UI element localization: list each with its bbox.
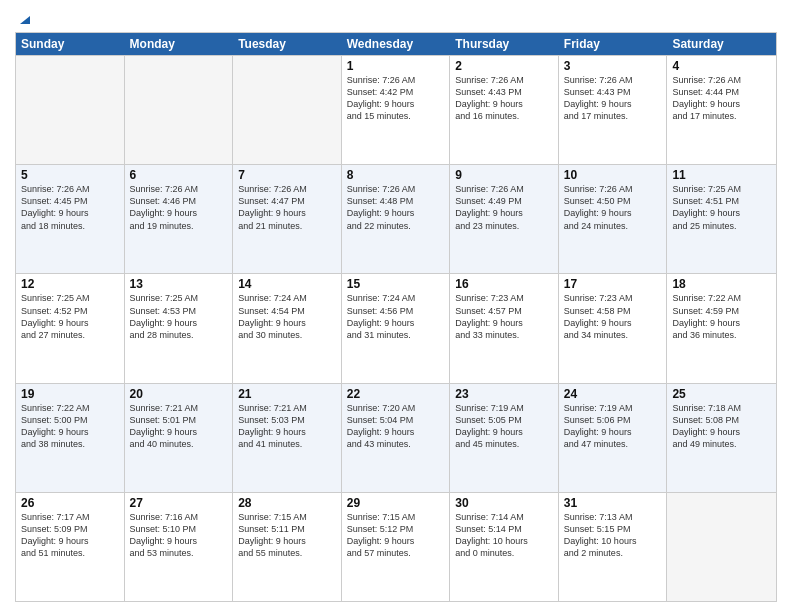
calendar-cell: 19Sunrise: 7:22 AM Sunset: 5:00 PM Dayli… [16,384,125,492]
calendar-cell: 15Sunrise: 7:24 AM Sunset: 4:56 PM Dayli… [342,274,451,382]
weekday-header: Friday [559,33,668,55]
calendar-cell: 23Sunrise: 7:19 AM Sunset: 5:05 PM Dayli… [450,384,559,492]
weekday-header: Tuesday [233,33,342,55]
day-number: 2 [455,59,553,73]
day-number: 22 [347,387,445,401]
day-info: Sunrise: 7:21 AM Sunset: 5:03 PM Dayligh… [238,402,336,451]
day-number: 3 [564,59,662,73]
day-number: 15 [347,277,445,291]
calendar-cell: 8Sunrise: 7:26 AM Sunset: 4:48 PM Daylig… [342,165,451,273]
calendar-cell: 13Sunrise: 7:25 AM Sunset: 4:53 PM Dayli… [125,274,234,382]
day-info: Sunrise: 7:23 AM Sunset: 4:58 PM Dayligh… [564,292,662,341]
calendar-cell: 14Sunrise: 7:24 AM Sunset: 4:54 PM Dayli… [233,274,342,382]
day-number: 13 [130,277,228,291]
calendar-row: 1Sunrise: 7:26 AM Sunset: 4:42 PM Daylig… [16,55,776,164]
day-info: Sunrise: 7:15 AM Sunset: 5:12 PM Dayligh… [347,511,445,560]
svg-marker-0 [20,16,30,24]
day-number: 26 [21,496,119,510]
day-number: 21 [238,387,336,401]
day-info: Sunrise: 7:20 AM Sunset: 5:04 PM Dayligh… [347,402,445,451]
day-number: 5 [21,168,119,182]
day-number: 16 [455,277,553,291]
day-info: Sunrise: 7:26 AM Sunset: 4:47 PM Dayligh… [238,183,336,232]
weekday-header: Wednesday [342,33,451,55]
calendar-cell: 10Sunrise: 7:26 AM Sunset: 4:50 PM Dayli… [559,165,668,273]
logo [15,10,33,24]
day-number: 7 [238,168,336,182]
calendar-cell: 25Sunrise: 7:18 AM Sunset: 5:08 PM Dayli… [667,384,776,492]
calendar-cell: 20Sunrise: 7:21 AM Sunset: 5:01 PM Dayli… [125,384,234,492]
day-number: 27 [130,496,228,510]
calendar-cell: 1Sunrise: 7:26 AM Sunset: 4:42 PM Daylig… [342,56,451,164]
calendar-cell [233,56,342,164]
calendar-cell: 24Sunrise: 7:19 AM Sunset: 5:06 PM Dayli… [559,384,668,492]
day-info: Sunrise: 7:26 AM Sunset: 4:49 PM Dayligh… [455,183,553,232]
day-info: Sunrise: 7:17 AM Sunset: 5:09 PM Dayligh… [21,511,119,560]
day-number: 6 [130,168,228,182]
day-number: 23 [455,387,553,401]
header [15,10,777,24]
day-info: Sunrise: 7:22 AM Sunset: 5:00 PM Dayligh… [21,402,119,451]
day-number: 30 [455,496,553,510]
day-info: Sunrise: 7:24 AM Sunset: 4:56 PM Dayligh… [347,292,445,341]
day-number: 25 [672,387,771,401]
day-info: Sunrise: 7:26 AM Sunset: 4:44 PM Dayligh… [672,74,771,123]
calendar-cell: 31Sunrise: 7:13 AM Sunset: 5:15 PM Dayli… [559,493,668,601]
calendar-header: SundayMondayTuesdayWednesdayThursdayFrid… [16,33,776,55]
day-number: 11 [672,168,771,182]
calendar-cell: 26Sunrise: 7:17 AM Sunset: 5:09 PM Dayli… [16,493,125,601]
day-info: Sunrise: 7:24 AM Sunset: 4:54 PM Dayligh… [238,292,336,341]
page: SundayMondayTuesdayWednesdayThursdayFrid… [0,0,792,612]
day-number: 31 [564,496,662,510]
day-info: Sunrise: 7:18 AM Sunset: 5:08 PM Dayligh… [672,402,771,451]
day-info: Sunrise: 7:14 AM Sunset: 5:14 PM Dayligh… [455,511,553,560]
day-info: Sunrise: 7:13 AM Sunset: 5:15 PM Dayligh… [564,511,662,560]
day-info: Sunrise: 7:19 AM Sunset: 5:05 PM Dayligh… [455,402,553,451]
calendar-cell: 17Sunrise: 7:23 AM Sunset: 4:58 PM Dayli… [559,274,668,382]
day-info: Sunrise: 7:16 AM Sunset: 5:10 PM Dayligh… [130,511,228,560]
calendar-cell [16,56,125,164]
day-number: 10 [564,168,662,182]
day-number: 18 [672,277,771,291]
weekday-header: Monday [125,33,234,55]
day-info: Sunrise: 7:22 AM Sunset: 4:59 PM Dayligh… [672,292,771,341]
day-info: Sunrise: 7:26 AM Sunset: 4:48 PM Dayligh… [347,183,445,232]
day-number: 24 [564,387,662,401]
calendar-cell: 5Sunrise: 7:26 AM Sunset: 4:45 PM Daylig… [16,165,125,273]
day-number: 8 [347,168,445,182]
day-number: 1 [347,59,445,73]
day-number: 28 [238,496,336,510]
day-number: 29 [347,496,445,510]
calendar-cell: 7Sunrise: 7:26 AM Sunset: 4:47 PM Daylig… [233,165,342,273]
day-info: Sunrise: 7:26 AM Sunset: 4:43 PM Dayligh… [564,74,662,123]
day-info: Sunrise: 7:26 AM Sunset: 4:43 PM Dayligh… [455,74,553,123]
calendar-cell: 30Sunrise: 7:14 AM Sunset: 5:14 PM Dayli… [450,493,559,601]
calendar-cell: 28Sunrise: 7:15 AM Sunset: 5:11 PM Dayli… [233,493,342,601]
calendar-cell: 9Sunrise: 7:26 AM Sunset: 4:49 PM Daylig… [450,165,559,273]
calendar-cell: 27Sunrise: 7:16 AM Sunset: 5:10 PM Dayli… [125,493,234,601]
calendar-row: 19Sunrise: 7:22 AM Sunset: 5:00 PM Dayli… [16,383,776,492]
day-number: 19 [21,387,119,401]
day-number: 17 [564,277,662,291]
weekday-header: Saturday [667,33,776,55]
day-info: Sunrise: 7:26 AM Sunset: 4:42 PM Dayligh… [347,74,445,123]
day-info: Sunrise: 7:21 AM Sunset: 5:01 PM Dayligh… [130,402,228,451]
day-info: Sunrise: 7:19 AM Sunset: 5:06 PM Dayligh… [564,402,662,451]
calendar-cell: 2Sunrise: 7:26 AM Sunset: 4:43 PM Daylig… [450,56,559,164]
calendar-cell: 18Sunrise: 7:22 AM Sunset: 4:59 PM Dayli… [667,274,776,382]
calendar: SundayMondayTuesdayWednesdayThursdayFrid… [15,32,777,602]
calendar-cell: 4Sunrise: 7:26 AM Sunset: 4:44 PM Daylig… [667,56,776,164]
day-info: Sunrise: 7:26 AM Sunset: 4:45 PM Dayligh… [21,183,119,232]
calendar-row: 5Sunrise: 7:26 AM Sunset: 4:45 PM Daylig… [16,164,776,273]
calendar-cell: 12Sunrise: 7:25 AM Sunset: 4:52 PM Dayli… [16,274,125,382]
day-number: 20 [130,387,228,401]
day-info: Sunrise: 7:26 AM Sunset: 4:50 PM Dayligh… [564,183,662,232]
calendar-cell [667,493,776,601]
calendar-cell: 21Sunrise: 7:21 AM Sunset: 5:03 PM Dayli… [233,384,342,492]
weekday-header: Thursday [450,33,559,55]
calendar-cell: 16Sunrise: 7:23 AM Sunset: 4:57 PM Dayli… [450,274,559,382]
day-info: Sunrise: 7:15 AM Sunset: 5:11 PM Dayligh… [238,511,336,560]
calendar-cell: 6Sunrise: 7:26 AM Sunset: 4:46 PM Daylig… [125,165,234,273]
day-number: 4 [672,59,771,73]
logo-arrow-icon [16,10,32,26]
